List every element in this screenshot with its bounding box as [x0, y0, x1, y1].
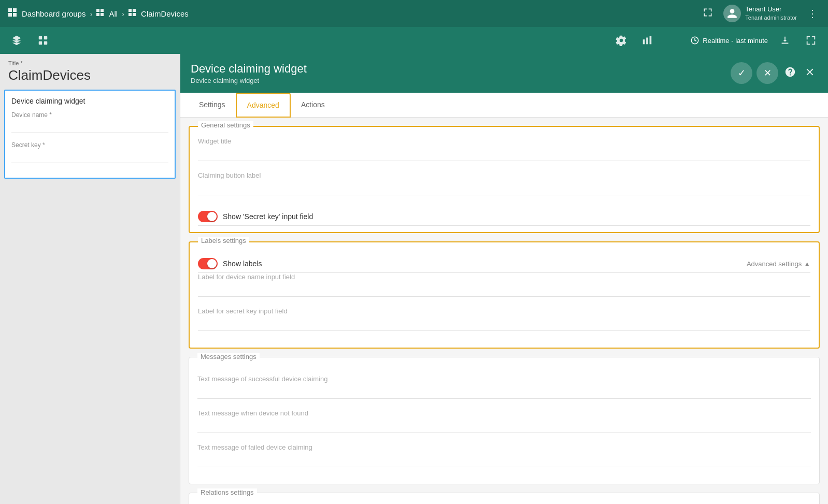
left-panel: Title * ClaimDevices Device claiming wid… [0, 54, 180, 504]
success-message-label: Text message of successful device claimi… [197, 375, 811, 383]
label-secret-key-input[interactable] [198, 318, 810, 328]
second-toolbar: Realtime - last minute [0, 27, 828, 54]
relations-settings-section: Relations settings [189, 493, 820, 504]
dialog-title: Device claiming widget [191, 62, 307, 76]
labels-settings-body: Show labels Advanced settings ▲ Label fo… [190, 242, 819, 348]
svg-rect-18 [650, 36, 652, 45]
chevron-up-icon: ▲ [804, 260, 810, 268]
svg-rect-3 [13, 13, 17, 17]
widget-title-field: Widget title [198, 137, 810, 161]
advanced-settings-text: Advanced settings [747, 260, 802, 268]
success-message-input[interactable] [197, 386, 811, 396]
title-label: Title * [8, 60, 172, 66]
tabs-bar: Settings Advanced Actions [180, 93, 828, 118]
not-found-message-field: Text message when device not found [197, 409, 811, 433]
dialog-help-button[interactable] [782, 64, 798, 82]
expand-button[interactable] [802, 32, 820, 49]
layout-button[interactable] [34, 32, 52, 49]
user-info: Tenant User Tenant administrator [723, 5, 797, 22]
svg-rect-12 [39, 36, 42, 39]
realtime-label: Realtime - last minute [703, 37, 768, 45]
toolbar-right: Realtime - last minute [612, 32, 820, 49]
dialog-header: Device claiming widget Device claiming w… [180, 54, 828, 93]
not-found-message-input[interactable] [197, 420, 811, 430]
secret-key-label: Secret key * [11, 141, 168, 149]
device-name-input[interactable] [11, 121, 168, 133]
more-menu-button[interactable]: ⋮ [805, 5, 820, 22]
label-device-name-input[interactable] [198, 284, 810, 294]
title-section: Title * ClaimDevices [0, 54, 180, 85]
breadcrumb-claimdevices[interactable]: ClaimDevices [141, 9, 189, 18]
svg-rect-8 [129, 9, 132, 12]
svg-rect-11 [133, 13, 136, 16]
svg-rect-16 [643, 39, 645, 44]
widget-library-button[interactable] [8, 32, 26, 49]
nav-icon-claimdevices [129, 9, 137, 19]
svg-rect-13 [44, 36, 47, 39]
svg-rect-5 [101, 9, 104, 12]
claiming-button-input[interactable] [198, 182, 810, 193]
labels-settings-legend: Labels settings [198, 237, 249, 244]
chart-button[interactable] [638, 32, 656, 49]
show-secret-key-row: Show 'Secret key' input field [198, 206, 810, 226]
toolbar-left [8, 32, 52, 49]
device-name-field: Device name * [11, 111, 168, 133]
breadcrumb-separator-1: › [90, 9, 92, 18]
show-secret-key-toggle[interactable] [198, 211, 218, 222]
settings-button[interactable] [612, 32, 630, 49]
general-settings-legend: General settings [198, 121, 253, 129]
dialog-subtitle: Device claiming widget [191, 77, 307, 84]
breadcrumb: Dashboard groups › All › [8, 8, 701, 19]
secret-key-input[interactable] [11, 151, 168, 163]
general-settings-body: Widget title Claiming button label Show … [190, 127, 819, 232]
claiming-button-label: Claiming button label [198, 171, 810, 179]
label-secret-key-label: Label for secret key input field [198, 307, 810, 315]
breadcrumb-all[interactable]: All [109, 9, 118, 18]
realtime-button[interactable]: Realtime - last minute [690, 36, 768, 45]
dialog-title-area: Device claiming widget Device claiming w… [191, 62, 307, 84]
svg-rect-4 [96, 9, 99, 12]
label-device-name-field: Label for device name input field [198, 273, 810, 297]
secret-key-field: Secret key * [11, 141, 168, 163]
dialog-save-button[interactable]: ✓ [731, 62, 752, 84]
failed-message-label: Text message of failed device claiming [197, 443, 811, 451]
svg-rect-0 [8, 8, 12, 12]
tab-settings[interactable]: Settings [189, 93, 236, 118]
dialog-header-actions: ✓ ✕ [731, 62, 818, 84]
tab-advanced[interactable]: Advanced [236, 93, 291, 118]
user-role: Tenant administrator [745, 14, 797, 21]
widget-title-input[interactable] [198, 148, 810, 159]
show-labels-left: Show labels [198, 258, 262, 269]
top-navigation: Dashboard groups › All › [0, 0, 828, 27]
svg-rect-17 [646, 38, 648, 45]
not-found-message-label: Text message when device not found [197, 409, 811, 417]
main-layout: Title * ClaimDevices Device claiming wid… [0, 54, 828, 504]
fullscreen-button[interactable] [701, 5, 715, 22]
general-settings-section: General settings Widget title Claiming b… [189, 126, 820, 233]
dialog-discard-button[interactable]: ✕ [756, 62, 778, 84]
svg-rect-2 [8, 13, 12, 17]
download-button[interactable] [776, 32, 794, 49]
dashboard-title: ClaimDevices [8, 67, 172, 83]
claiming-button-field: Claiming button label [198, 171, 810, 195]
failed-message-input[interactable] [197, 454, 811, 465]
filter-button[interactable] [664, 32, 682, 49]
tab-actions[interactable]: Actions [291, 93, 335, 118]
show-secret-key-label: Show 'Secret key' input field [223, 212, 313, 221]
success-message-field: Text message of successful device claimi… [197, 375, 811, 399]
svg-rect-9 [133, 9, 136, 12]
widget-dialog: Device claiming widget Device claiming w… [180, 54, 828, 504]
label-device-name-label: Label for device name input field [198, 273, 810, 281]
svg-rect-1 [13, 8, 17, 12]
dialog-content: General settings Widget title Claiming b… [180, 118, 828, 504]
advanced-settings-link[interactable]: Advanced settings ▲ [747, 260, 810, 268]
dialog-close-button[interactable] [802, 64, 818, 82]
show-labels-row: Show labels Advanced settings ▲ [198, 253, 810, 273]
messages-settings-legend: Messages settings [197, 353, 260, 361]
show-labels-label: Show labels [223, 260, 262, 268]
right-panel: Device claiming widget Device claiming w… [180, 54, 828, 504]
svg-rect-10 [129, 13, 132, 16]
user-name: Tenant User [745, 5, 797, 14]
breadcrumb-dashboard-groups[interactable]: Dashboard groups [22, 9, 85, 18]
show-labels-toggle[interactable] [198, 258, 218, 269]
